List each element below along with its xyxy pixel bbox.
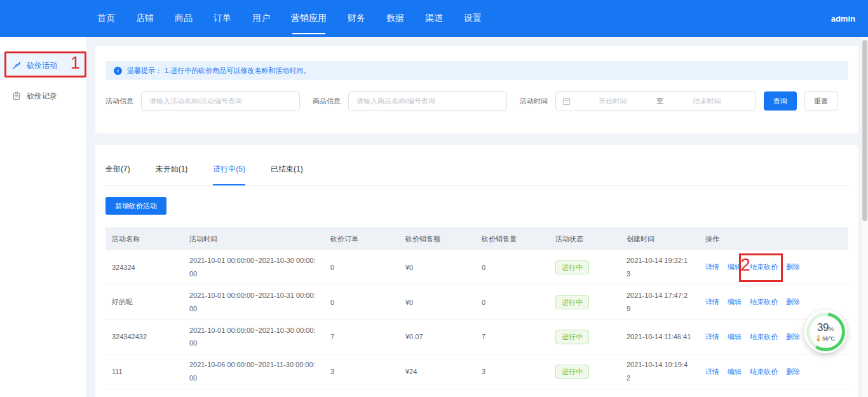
filter-row: 活动信息 商品信息 活动时间 开始时间 至 结束时间 查询 重置 bbox=[105, 91, 848, 111]
detail-link[interactable]: 详情 bbox=[705, 367, 719, 377]
delete-link[interactable]: 删除 bbox=[786, 262, 800, 272]
cell-activity-name: 111 bbox=[105, 354, 183, 389]
cell-orders: 3 bbox=[324, 354, 399, 389]
cell-orders bbox=[324, 389, 399, 397]
cell-created: 2021-10-14 17:47:29 bbox=[627, 289, 691, 316]
monitor-percent: 39 bbox=[817, 321, 829, 333]
top-nav-bar: 首页 店铺 商品 订单 用户 营销应用 财务 数据 渠道 设置 admin bbox=[0, 0, 868, 37]
col-bargain-sales-qty: 砍价销售量 bbox=[475, 227, 549, 250]
detail-link[interactable]: 详情 bbox=[705, 332, 719, 342]
edit-link[interactable]: 编辑 bbox=[728, 297, 742, 307]
status-badge: 进行中 bbox=[555, 330, 589, 344]
cell-activity-time: 2021-10-06 00:00:00~2021-11-30 00:00:00 bbox=[189, 358, 316, 385]
activity-search-input[interactable] bbox=[141, 91, 300, 111]
cell-activity-time: 2021-10-01 00:00:00~2021-10-30 00:00:00 bbox=[189, 254, 316, 281]
search-button[interactable]: 查询 bbox=[764, 91, 797, 111]
table-row: 324324 2021-10-01 00:00:00~2021-10-30 00… bbox=[105, 250, 848, 285]
col-created-time: 创建时间 bbox=[620, 227, 699, 250]
tab-not-started[interactable]: 未开始(1) bbox=[156, 164, 188, 185]
scrollbar-track[interactable] bbox=[862, 37, 868, 397]
delete-link[interactable]: 删除 bbox=[786, 297, 800, 307]
activity-time-label: 活动时间 bbox=[520, 97, 548, 106]
end-time-placeholder[interactable]: 结束时间 bbox=[665, 97, 749, 106]
col-bargain-sales-amount: 砍价销售额 bbox=[399, 227, 475, 250]
monitor-percent-unit: % bbox=[829, 326, 834, 332]
product-info-label: 商品信息 bbox=[313, 97, 341, 106]
cell-activity-time: 2021-10-13 00:00:00~2021-11-30 00:00:0 bbox=[189, 393, 316, 397]
end-bargain-link[interactable]: 结束砍价 bbox=[750, 367, 778, 377]
table-row: 好的呢 2021-10-01 00:00:00~2021-10-31 00:00… bbox=[105, 285, 848, 320]
tab-in-progress[interactable]: 进行中(5) bbox=[213, 164, 245, 185]
nav-item-goods[interactable]: 商品 bbox=[175, 13, 193, 24]
cell-orders: 0 bbox=[324, 285, 399, 320]
delete-link[interactable]: 删除 bbox=[786, 332, 800, 342]
delete-link[interactable]: 删除 bbox=[786, 367, 800, 377]
cell-amount bbox=[399, 389, 475, 397]
col-actions: 操作 bbox=[699, 227, 848, 250]
edit-link[interactable]: 编辑 bbox=[728, 332, 742, 342]
record-icon bbox=[12, 91, 21, 100]
nav-item-data[interactable]: 数据 bbox=[386, 13, 404, 24]
table-header-row: 活动名称 活动时间 砍价订单 砍价销售额 砍价销售量 活动状态 创建时间 操作 bbox=[105, 227, 848, 250]
cell-amount: ¥0.07 bbox=[399, 320, 475, 354]
main-content: i 温馨提示： 1.进行中的砍价商品可以修改名称和活动时间。 活动信息 商品信息… bbox=[86, 37, 868, 397]
col-activity-name: 活动名称 bbox=[105, 227, 183, 250]
tip-bar: i 温馨提示： 1.进行中的砍价商品可以修改名称和活动时间。 bbox=[105, 61, 848, 80]
cell-created: 2021-10-14 10:19:42 bbox=[627, 358, 691, 385]
col-activity-status: 活动状态 bbox=[549, 227, 620, 250]
cell-activity-time: 2021-10-01 00:00:00~2021-10-31 00:00:00 bbox=[189, 289, 316, 316]
tab-ended[interactable]: 已结束(1) bbox=[271, 164, 303, 185]
end-bargain-link[interactable]: 结束砍价 bbox=[750, 332, 778, 342]
scrollbar-thumb[interactable] bbox=[862, 40, 867, 221]
end-bargain-link[interactable]: 结束砍价 bbox=[750, 297, 778, 307]
cell-amount: ¥0 bbox=[399, 250, 475, 285]
activity-list-card: 全部(7) 未开始(1) 进行中(5) 已结束(1) 新增砍价活动 活动名称 活… bbox=[95, 145, 858, 397]
table-row: 324342432 2021-10-01 00:00:00~2021-10-30… bbox=[105, 320, 848, 354]
nav-item-users[interactable]: 用户 bbox=[252, 13, 270, 24]
system-monitor-widget[interactable]: 39% 56°C bbox=[804, 310, 847, 353]
edit-link[interactable]: 编辑 bbox=[728, 367, 742, 377]
sidebar-item-label: 砍价活动 bbox=[27, 60, 57, 71]
bargain-icon bbox=[12, 61, 21, 70]
activity-info-label: 活动信息 bbox=[105, 97, 133, 106]
nav-item-finance[interactable]: 财务 bbox=[348, 13, 365, 24]
start-time-placeholder[interactable]: 开始时间 bbox=[571, 97, 655, 106]
main-nav: 首页 店铺 商品 订单 用户 营销应用 财务 数据 渠道 设置 bbox=[97, 13, 482, 24]
calendar-icon bbox=[562, 97, 571, 105]
tab-all[interactable]: 全部(7) bbox=[105, 164, 130, 185]
nav-item-home[interactable]: 首页 bbox=[97, 13, 115, 24]
cell-orders: 0 bbox=[324, 250, 399, 285]
nav-item-shop[interactable]: 店铺 bbox=[136, 13, 154, 24]
monitor-progress-ring: 39% 56°C bbox=[806, 313, 845, 351]
product-search-input[interactable] bbox=[348, 91, 507, 111]
status-badge: 进行中 bbox=[555, 365, 589, 379]
tip-text: 1.进行中的砍价商品可以修改名称和活动时间。 bbox=[165, 66, 310, 76]
nav-item-marketing-apps[interactable]: 营销应用 bbox=[291, 13, 327, 24]
cell-qty: 0 bbox=[475, 285, 549, 320]
sidebar-item-bargain-records[interactable]: 砍价记录 bbox=[0, 84, 86, 108]
date-range-picker[interactable]: 开始时间 至 结束时间 bbox=[555, 91, 756, 111]
reset-button[interactable]: 重置 bbox=[804, 91, 837, 111]
cell-activity-name: 324342432 bbox=[105, 320, 183, 354]
status-badge: 进行中 bbox=[555, 260, 589, 274]
tip-label: 温馨提示： bbox=[127, 66, 162, 76]
detail-link[interactable]: 详情 bbox=[705, 262, 719, 272]
end-bargain-link[interactable]: 结束砍价 2 bbox=[750, 262, 778, 272]
status-tabs: 全部(7) 未开始(1) 进行中(5) 已结束(1) bbox=[105, 145, 848, 185]
nav-item-settings[interactable]: 设置 bbox=[464, 13, 482, 24]
add-bargain-activity-button[interactable]: 新增砍价活动 bbox=[105, 197, 166, 215]
nav-item-orders[interactable]: 订单 bbox=[214, 13, 231, 24]
user-menu[interactable]: admin bbox=[831, 14, 855, 24]
cell-activity-name: 好的呢 bbox=[105, 285, 183, 320]
annotation-number-1: 1 bbox=[71, 55, 80, 72]
detail-link[interactable]: 详情 bbox=[705, 297, 719, 307]
cell-activity-name bbox=[105, 389, 183, 397]
edit-link[interactable]: 编辑 bbox=[728, 262, 742, 272]
nav-item-channels[interactable]: 渠道 bbox=[425, 13, 443, 24]
cell-qty: 0 bbox=[475, 250, 549, 285]
cell-created: 2021-10-14 19:32:13 bbox=[627, 254, 691, 281]
cell-activity-time: 2021-10-01 00:00:00~2021-10-30 00:00:00 bbox=[189, 324, 316, 351]
cell-amount: ¥24 bbox=[399, 354, 475, 389]
cell-amount: ¥0 bbox=[399, 285, 475, 320]
annotation-number-2: 2 bbox=[740, 256, 750, 274]
